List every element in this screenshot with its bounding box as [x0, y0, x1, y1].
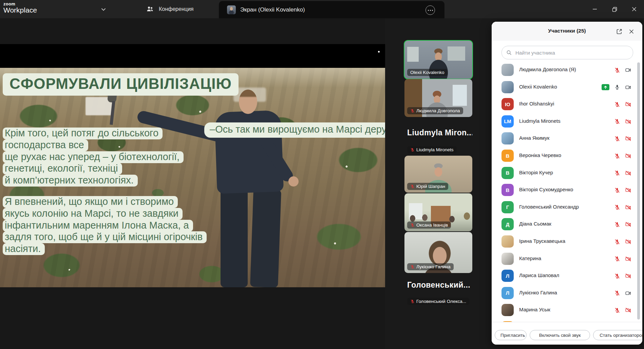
chevron-down-icon[interactable]	[100, 6, 107, 13]
participant-video-tile[interactable]: Olexii Kovalenko	[404, 41, 472, 79]
participant-row[interactable]: ГГоловенський Олександр	[492, 199, 642, 216]
tab-conference[interactable]: Конференция	[146, 0, 194, 18]
mic-muted-icon	[614, 239, 620, 245]
participant-tile-no-video[interactable]: Liudmyla Miron... Liudmyla Mironets	[404, 117, 472, 156]
mic-muted-icon	[614, 67, 620, 73]
participant-row[interactable]: ВВероніка Черевко	[492, 148, 642, 164]
participant-status-icons	[614, 118, 631, 125]
participant-row[interactable]: ВВікторія Сухомудренко	[492, 182, 642, 199]
title-bar: zoom Workplace Конференция Экран (Olexii…	[0, 0, 644, 18]
participant-row[interactable]: IOIhor Olshanskyi	[492, 96, 642, 113]
invite-button[interactable]: Пригласить	[495, 330, 527, 340]
participant-name: Анна Якимук	[519, 135, 549, 141]
tile-big-name: Головенський...	[407, 280, 470, 290]
slide-body-line: генетиці, екології, техніці	[3, 163, 207, 175]
participant-row[interactable]: ВВікторія Кучер	[492, 165, 642, 182]
participant-status-icons	[614, 101, 631, 108]
slide-text-highlight: й комп’ютерних технологіях.	[3, 175, 138, 187]
participants-list: Людмила Довгопола (Я) Olexii Kovalenko	[492, 60, 642, 322]
unmute-self-button[interactable]: Включить свой звук	[530, 330, 590, 340]
slide-body-line: задля того, щоб ще й у цій місцині огіро…	[3, 231, 207, 243]
participant-row[interactable]: ДДіана Сьомак	[492, 216, 642, 233]
search-icon	[506, 50, 512, 56]
restore-button[interactable]	[605, 0, 624, 18]
tile-name-label: Liudmyla Mironets	[407, 146, 457, 153]
mic-muted-icon	[614, 187, 620, 193]
camera-off-icon	[625, 187, 631, 193]
participant-status-icons	[614, 238, 631, 245]
participant-video-tile[interactable]: Оксана Іванців	[404, 193, 472, 231]
participant-row[interactable]: LMLiudmyla Mironets	[492, 113, 642, 130]
camera-off-icon	[625, 170, 631, 176]
mic-on-icon	[614, 84, 620, 90]
participant-row[interactable]: Olexii Kovalenko	[492, 79, 642, 96]
tile-name-text: Юрій Шапран	[416, 184, 445, 189]
participant-name: Лукієнко Галина	[519, 290, 557, 295]
participant-status-icons	[614, 153, 631, 159]
participant-name: Людмила Довгопола (Я)	[519, 66, 576, 72]
close-panel-icon[interactable]	[628, 28, 635, 35]
tab-options-ellipsis-icon[interactable]	[425, 5, 435, 15]
participant-row[interactable]: ЛЛариса Шаповал	[492, 268, 642, 285]
screen-sharing-badge-icon	[602, 84, 609, 90]
participant-video-tile[interactable]: Юрій Шапран	[404, 156, 472, 193]
participant-name: Діана Сьомак	[519, 221, 551, 227]
participant-row[interactable]: Марина Усык	[492, 302, 642, 319]
logo-text-zoom: zoom	[3, 2, 37, 6]
participant-name: Ihor Olshanskyi	[519, 101, 554, 106]
participants-header: Участники (25)	[492, 22, 642, 41]
camera-off-icon	[625, 118, 631, 125]
participant-row[interactable]: Катерина	[492, 251, 642, 268]
tab-screen-share[interactable]: Экран (Olexii Kovalenko)	[219, 1, 444, 18]
avatar: В	[501, 167, 514, 179]
tile-big-name: Liudmyla Miron...	[407, 128, 472, 137]
participants-scrollbar[interactable]	[637, 62, 640, 319]
participant-status-icons	[614, 67, 631, 73]
camera-off-icon	[625, 135, 631, 142]
window-controls	[585, 0, 644, 18]
avatar: Л	[501, 287, 514, 299]
participant-row[interactable]: Ірина Трускавецька	[492, 233, 642, 250]
participant-row[interactable]: Анна Якимук	[492, 130, 642, 147]
avatar: IO	[501, 98, 514, 110]
participant-status-icons	[614, 273, 631, 279]
avatar	[501, 253, 514, 265]
slide-title: СФОРМУВАЛИ ЦИВІЛІЗАЦІЮ	[3, 73, 239, 96]
slide-body-line: якусь колонію на Марсі, то не завдяки	[3, 208, 207, 220]
avatar: LM	[501, 115, 514, 128]
camera-off-icon	[625, 273, 631, 279]
participant-status-icons	[602, 84, 631, 91]
tile-name-text: Liudmyla Mironets	[416, 147, 454, 152]
participant-tile-no-video[interactable]: Головенський... Головенський Олекса...	[404, 270, 472, 308]
participant-video-tile[interactable]: Лукієнко Галина	[404, 232, 472, 273]
mic-muted-icon	[614, 101, 620, 108]
video-letterbox	[0, 44, 385, 68]
tile-name-label: Olexii Kovalenko	[407, 69, 448, 76]
search-input[interactable]	[515, 50, 633, 56]
slide-text-highlight: насіяти.	[3, 243, 45, 255]
slide-body-line: ще рухає нас уперед – у біотехнології,	[3, 151, 207, 163]
become-host-button[interactable]: Стать организатором	[593, 330, 642, 340]
participant-status-icons	[614, 307, 631, 313]
participant-name: Liudmyla Mironets	[519, 118, 561, 124]
popout-icon[interactable]	[616, 28, 623, 35]
avatar: В	[501, 184, 514, 196]
slide-body-line: Крім того, цей потяг до сільського	[3, 128, 207, 139]
participant-row[interactable]: Людмила Довгопола (Я)	[492, 62, 642, 79]
participant-name: Катерина	[519, 255, 541, 261]
participant-row[interactable]: ЛЛукієнко Галина	[492, 285, 642, 302]
avatar: Г	[501, 201, 514, 213]
slide-text-highlight: задля того, щоб ще й у цій місцині огіро…	[3, 231, 207, 243]
slide-text-highlight: господарства все	[3, 139, 88, 151]
participant-video-tile[interactable]: Людмила Довгопола	[404, 79, 472, 117]
mic-muted-icon	[614, 204, 620, 210]
camera-off-icon	[625, 256, 631, 262]
participant-status-icons	[614, 204, 631, 211]
tile-name-text: Olexii Kovalenko	[410, 70, 444, 75]
mic-muted-icon	[410, 148, 415, 152]
slide-body-line: й комп’ютерних технологіях.	[3, 175, 207, 187]
camera-off-icon	[625, 238, 631, 245]
close-window-button[interactable]	[624, 0, 644, 18]
minimize-button[interactable]	[585, 0, 605, 18]
actor-leg	[221, 189, 248, 287]
